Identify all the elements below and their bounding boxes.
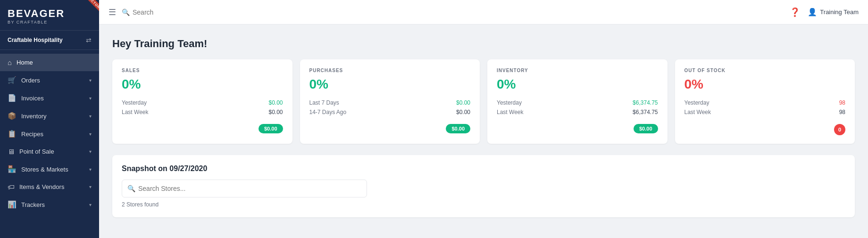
stat-row: Yesterday $0.00: [122, 99, 283, 106]
chevron-icon: ▾: [89, 184, 92, 189]
header-right: ❓ 👤 Training Team: [790, 7, 859, 17]
hamburger-icon[interactable]: ☰: [108, 7, 116, 17]
sidebar-item-items-vendors[interactable]: 🏷 Items & Vendors ▾: [0, 178, 99, 196]
home-icon: ⌂: [8, 58, 12, 66]
stat-row-label: Yesterday: [122, 99, 147, 106]
search-input[interactable]: [133, 8, 227, 16]
orders-icon: 🛒: [8, 76, 17, 84]
sidebar-item-invoices[interactable]: 📄 Invoices ▾: [0, 89, 99, 107]
stat-card-sales: SALES 0% Yesterday $0.00 Last Week $0.00…: [112, 59, 292, 144]
chevron-icon: ▾: [89, 167, 92, 172]
stat-row-value: $0.00: [456, 99, 470, 106]
chevron-icon: ▾: [89, 131, 92, 137]
stat-row: Last 7 Days $0.00: [309, 99, 471, 106]
stat-row: Last Week $0.00: [122, 109, 283, 115]
stat-value-out-of-stock: 0%: [684, 77, 846, 92]
stat-badge-inventory: $0.00: [634, 124, 658, 133]
stat-label-purchases: PURCHASES: [309, 68, 471, 73]
stat-row-value: $6,374.75: [633, 99, 658, 106]
nav-menu: ⌂ Home 🛒 Orders ▾ 📄 Invoices ▾ 📦 Invento…: [0, 50, 99, 238]
nav-label-inventory: Inventory: [21, 113, 46, 120]
logo-container: BEVAGER BY CRAFTABLE DIRECTOR: [0, 0, 99, 31]
stores-markets-icon: 🏪: [8, 165, 17, 173]
nav-label-stores-markets: Stores & Markets: [21, 166, 68, 173]
main-area: ☰ 🔍 ❓ 👤 Training Team Hey Training Team!…: [99, 0, 868, 238]
nav-label-trackers: Trackers: [21, 201, 45, 208]
items-vendors-icon: 🏷: [8, 183, 15, 191]
snapshot-title: Snapshot on 09/27/2020: [122, 164, 845, 173]
stat-row-label: Last Week: [684, 109, 711, 115]
page-title: Hey Training Team!: [112, 38, 855, 50]
stat-row: Last Week 98: [684, 109, 846, 115]
help-icon[interactable]: ❓: [790, 7, 800, 17]
sidebar-item-home[interactable]: ⌂ Home: [0, 54, 99, 71]
stat-row-value: 98: [839, 109, 845, 115]
stat-row-value: $6,374.75: [633, 109, 658, 115]
search-stores-icon: 🔍: [127, 185, 135, 192]
switch-icon: ⇄: [86, 36, 92, 44]
stat-label-sales: SALES: [122, 68, 283, 73]
org-selector[interactable]: Craftable Hospitality ⇄: [0, 31, 99, 50]
trackers-icon: 📊: [8, 200, 17, 209]
stat-label-out-of-stock: OUT OF STOCK: [684, 68, 846, 73]
stat-footer: $0.00: [497, 119, 658, 133]
stat-value-purchases: 0%: [309, 77, 471, 92]
stat-badge-sales: $0.00: [259, 124, 283, 133]
stat-row-value: $0.00: [268, 99, 283, 106]
user-name: Training Team: [820, 8, 859, 16]
invoices-icon: 📄: [8, 94, 17, 102]
chevron-icon: ▾: [89, 149, 92, 154]
stat-footer: $0.00: [309, 119, 471, 133]
stat-value-sales: 0%: [122, 77, 283, 92]
nav-label-items-vendors: Items & Vendors: [19, 183, 64, 190]
stat-footer: 0: [684, 119, 846, 135]
stat-row-label: 14-7 Days Ago: [309, 109, 347, 115]
stats-grid: SALES 0% Yesterday $0.00 Last Week $0.00…: [112, 59, 855, 144]
stat-badge-purchases: $0.00: [446, 124, 470, 133]
stat-card-out-of-stock: OUT OF STOCK 0% Yesterday 98 Last Week 9…: [675, 59, 855, 144]
header: ☰ 🔍 ❓ 👤 Training Team: [99, 0, 868, 25]
logo-text: BEVAGER: [8, 8, 92, 19]
stat-row-value: $0.00: [456, 109, 470, 115]
stat-row-label: Last Week: [122, 109, 148, 115]
stat-row: Yesterday $6,374.75: [497, 99, 658, 106]
sidebar: BEVAGER BY CRAFTABLE DIRECTOR Craftable …: [0, 0, 99, 238]
stat-badge-out-of-stock: 0: [834, 124, 845, 135]
sidebar-item-stores-markets[interactable]: 🏪 Stores & Markets ▾: [0, 160, 99, 178]
sidebar-item-recipes[interactable]: 📋 Recipes ▾: [0, 125, 99, 143]
stat-value-inventory: 0%: [497, 77, 658, 92]
nav-label-home: Home: [17, 59, 33, 66]
snapshot-section: Snapshot on 09/27/2020 🔍 2 Stores found: [112, 155, 855, 217]
stat-row-label: Last 7 Days: [309, 99, 339, 106]
chevron-icon: ▾: [89, 96, 92, 101]
stat-row: 14-7 Days Ago $0.00: [309, 109, 471, 115]
sidebar-item-orders[interactable]: 🛒 Orders ▾: [0, 71, 99, 89]
stat-row-label: Yesterday: [684, 99, 709, 106]
user-info[interactable]: 👤 Training Team: [808, 8, 859, 16]
content-area: Hey Training Team! SALES 0% Yesterday $0…: [99, 25, 868, 238]
nav-label-invoices: Invoices: [21, 95, 44, 102]
stat-footer: $0.00: [122, 119, 283, 133]
chevron-icon: ▾: [89, 78, 92, 83]
sidebar-item-point-of-sale[interactable]: 🖥 Point of Sale ▾: [0, 143, 99, 160]
search-stores-wrapper: 🔍: [122, 180, 367, 197]
nav-label-recipes: Recipes: [21, 131, 43, 138]
nav-label-point-of-sale: Point of Sale: [19, 148, 54, 155]
stat-row-label: Last Week: [497, 109, 523, 115]
logo-sub: BY CRAFTABLE: [8, 20, 92, 25]
stores-found: 2 Stores found: [122, 201, 845, 208]
point-of-sale-icon: 🖥: [8, 148, 15, 156]
sidebar-item-trackers[interactable]: 📊 Trackers ▾: [0, 196, 99, 213]
stat-label-inventory: INVENTORY: [497, 68, 658, 73]
chevron-icon: ▾: [89, 202, 92, 207]
stat-card-purchases: PURCHASES 0% Last 7 Days $0.00 14-7 Days…: [300, 59, 480, 144]
stat-row: Yesterday 98: [684, 99, 846, 106]
inventory-icon: 📦: [8, 112, 17, 120]
stat-row-value: $0.00: [268, 109, 283, 115]
stat-row-label: Yesterday: [497, 99, 522, 106]
search-stores-input[interactable]: [122, 180, 367, 197]
chevron-icon: ▾: [89, 114, 92, 119]
sidebar-item-inventory[interactable]: 📦 Inventory ▾: [0, 107, 99, 125]
stat-card-inventory: INVENTORY 0% Yesterday $6,374.75 Last We…: [487, 59, 668, 144]
stat-row: Last Week $6,374.75: [497, 109, 658, 115]
